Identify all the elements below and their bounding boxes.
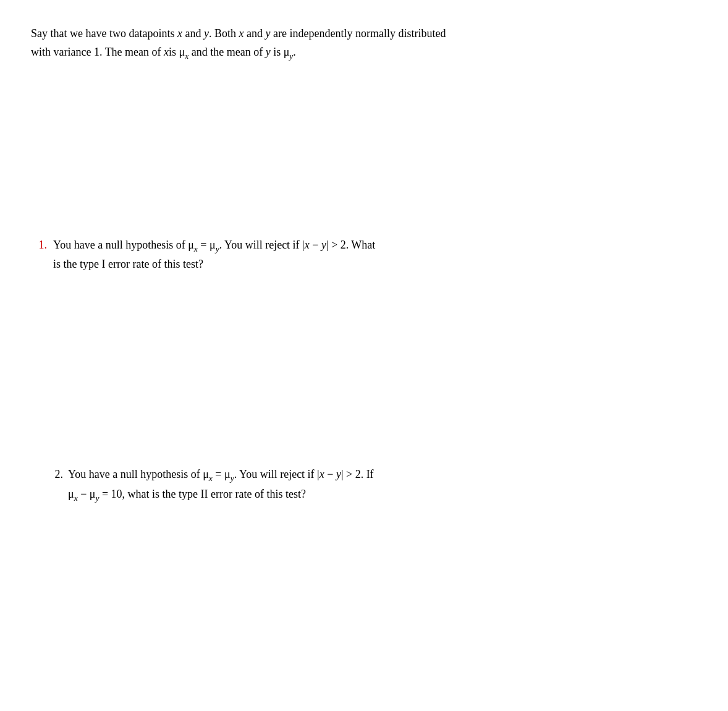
problem-2-number: 2. [31,466,68,483]
p2-mu-y-sub: y [231,474,234,483]
intro-are-text: are independently normally distributed [270,27,446,40]
intro-x3: x [164,46,169,58]
p2-y-var: y [336,468,341,480]
intro-period-both: . Both [209,27,239,40]
p2-line2: μx − μy = 10, what is the type II error … [68,488,306,500]
intro-is-mu-y: is μy [271,46,294,58]
intro-y3: y [266,46,271,58]
intro-line2: with variance 1. The mean of [31,46,164,58]
p2-mu-y-sub2: y [95,493,99,503]
p1-line2: is the type I error rate of this test? [53,258,203,270]
p2-mu-x-sub2: x [74,493,78,503]
p1-mu-x-sub: x [194,244,198,253]
problem-2: 2. You have a null hypothesis of μx = μy… [31,466,697,505]
p2-text-before: You have a null hypothesis of μx = μy. Y… [68,468,374,480]
problem-1-number: 1. [31,236,49,254]
problem-2-text: You have a null hypothesis of μx = μy. Y… [68,466,697,505]
p1-mu-y-sub: y [216,244,219,253]
intro-and2: and [243,27,265,40]
p2-mu-x-sub: x [209,474,213,483]
intro-x: x [177,27,182,40]
problem-1-text: You have a null hypothesis of μx = μy. Y… [53,236,697,275]
intro-line1-before-x: Say that we have two datapoints [31,27,177,40]
problem-1: 1. You have a null hypothesis of μx = μy… [31,236,697,275]
intro-y: y [204,27,209,40]
p1-x-var: x [305,239,310,251]
p2-x-var: x [320,468,324,480]
intro-is-mu-x: is μx [169,46,188,58]
intro-text: Say that we have two datapoints x and y.… [31,25,697,63]
problems-section: 1. You have a null hypothesis of μx = μy… [31,236,697,505]
intro-and1: and [182,27,204,40]
p1-y-var: y [321,239,326,251]
p1-text-before: You have a null hypothesis of μx = μy. Y… [53,239,375,251]
intro-and3: and the mean of [188,46,265,58]
page-content: Say that we have two datapoints x and y.… [31,25,697,505]
intro-period-end: . [293,46,296,58]
